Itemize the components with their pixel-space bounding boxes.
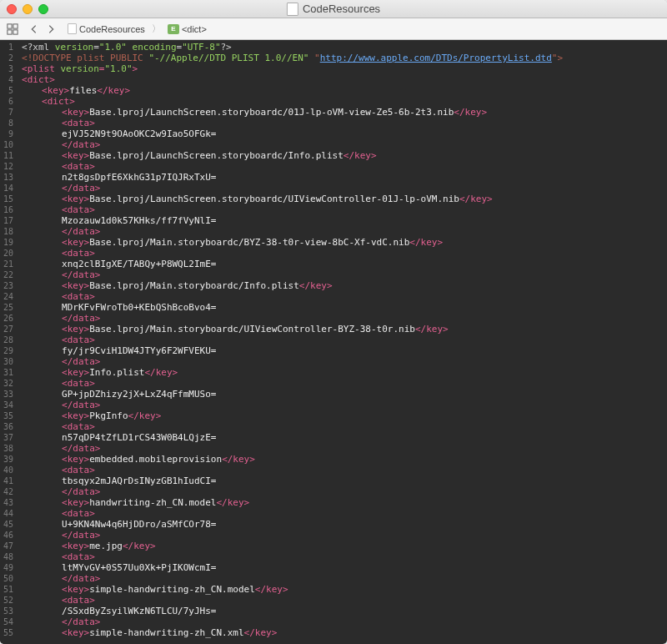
svg-rect-0	[8, 23, 12, 28]
code-line[interactable]: <data>	[22, 291, 667, 302]
breadcrumb-file[interactable]: CodeResources	[65, 23, 148, 35]
line-number: 13	[3, 172, 13, 183]
line-number: 51	[3, 584, 13, 595]
code-line[interactable]: Mzozauw1d0k57KHks/ff7fVyNlI=	[22, 215, 667, 226]
window-controls	[7, 4, 48, 14]
line-number: 31	[3, 367, 13, 378]
related-items-icon[interactable]	[5, 22, 20, 37]
line-number: 34	[3, 400, 13, 410]
line-number: 18	[3, 226, 13, 237]
line-number: 41	[3, 475, 13, 486]
code-line[interactable]: <dict>	[22, 74, 667, 85]
code-line[interactable]: </data>	[22, 486, 667, 497]
code-line[interactable]: <data>	[22, 335, 667, 345]
code-line[interactable]: <key>Base.lproj/LaunchScreen.storyboardc…	[22, 150, 667, 161]
line-number: 30	[3, 356, 13, 367]
code-line[interactable]: n57qDP4tZfLD1rCS43W0B4LQjzE=	[22, 432, 667, 443]
line-number: 2	[3, 53, 13, 63]
code-line[interactable]: fy/jr9CviH1DW4JTYy6F2WFVEKU=	[22, 345, 667, 356]
line-number: 39	[3, 454, 13, 465]
line-number: 27	[3, 324, 13, 335]
code-line[interactable]: </data>	[22, 313, 667, 324]
line-number: 19	[3, 237, 13, 248]
code-line[interactable]: <data>	[22, 248, 667, 259]
nav-forward-button[interactable]	[43, 22, 58, 37]
zoom-button[interactable]	[38, 4, 48, 14]
code-line[interactable]: </data>	[22, 616, 667, 627]
code-line[interactable]: <key>simple-handwriting-zh_CN.model</key…	[22, 584, 667, 595]
breadcrumb-file-label: CodeResources	[79, 24, 145, 34]
code-line[interactable]: <key>PkgInfo</key>	[22, 410, 667, 421]
line-number: 46	[3, 530, 13, 541]
line-number: 3	[3, 63, 13, 74]
breadcrumb-element[interactable]: E <dict>	[165, 23, 209, 35]
code-line[interactable]: <plist version="1.0">	[22, 63, 667, 74]
code-line[interactable]: xnq2clBIgXE/TABQy+P8WQL2ImE=	[22, 259, 667, 269]
code-line[interactable]: <data>	[22, 551, 667, 562]
code-line[interactable]: </data>	[22, 530, 667, 541]
line-number: 4	[3, 74, 13, 85]
code-line[interactable]: <key>Base.lproj/LaunchScreen.storyboardc…	[22, 107, 667, 118]
code-line[interactable]: <key>embedded.mobileprovision</key>	[22, 454, 667, 465]
line-number: 35	[3, 410, 13, 421]
nav-back-button[interactable]	[27, 22, 42, 37]
line-number: 25	[3, 302, 13, 313]
code-line[interactable]: <key>Base.lproj/Main.storyboardc/Info.pl…	[22, 280, 667, 291]
code-content[interactable]: <?xml version="1.0" encoding="UTF-8"?><!…	[18, 40, 667, 644]
code-line[interactable]: <key>Base.lproj/Main.storyboardc/UIViewC…	[22, 324, 667, 335]
code-line[interactable]: <?xml version="1.0" encoding="UTF-8"?>	[22, 42, 667, 53]
code-line[interactable]: <key>Base.lproj/LaunchScreen.storyboardc…	[22, 194, 667, 204]
line-number: 37	[3, 432, 13, 443]
line-number: 43	[3, 497, 13, 508]
code-line[interactable]: </data>	[22, 226, 667, 237]
code-line[interactable]: tbsqyx2mJAQrDsINyzGB1hIudCI=	[22, 475, 667, 486]
code-line[interactable]: /SSxdByZsyilWKzN6TLCU/7yJHs=	[22, 606, 667, 616]
code-line[interactable]: <key>Info.plist</key>	[22, 367, 667, 378]
code-line[interactable]: </data>	[22, 356, 667, 367]
code-line[interactable]: <key>files</key>	[22, 85, 667, 96]
code-line[interactable]: <key>simple-handwriting-zh_CN.xml</key>	[22, 627, 667, 638]
breadcrumb-element-label: <dict>	[182, 24, 207, 34]
line-number: 22	[3, 269, 13, 280]
code-line[interactable]: <data>	[22, 378, 667, 389]
line-number: 42	[3, 486, 13, 497]
code-line[interactable]: MDrKFvFWroTb0+KEbQShBcoBvo4=	[22, 302, 667, 313]
code-line[interactable]: <data>	[22, 118, 667, 128]
code-line[interactable]: GP+jpDZhizy2jX+LxZ4qFfmMUSo=	[22, 389, 667, 400]
code-editor[interactable]: 1234567891011121314151617181920212223242…	[0, 40, 667, 644]
code-line[interactable]: U+9KN4Nw4q6HjDDro/aSMfCOr78=	[22, 519, 667, 530]
close-button[interactable]	[7, 4, 17, 14]
code-line[interactable]: <key>Base.lproj/Main.storyboardc/BYZ-38-…	[22, 237, 667, 248]
code-line[interactable]: <data>	[22, 508, 667, 519]
minimize-button[interactable]	[23, 4, 33, 14]
code-line[interactable]: <data>	[22, 465, 667, 475]
line-number: 12	[3, 161, 13, 172]
line-number: 29	[3, 345, 13, 356]
code-line[interactable]: </data>	[22, 269, 667, 280]
code-line[interactable]: ejVJ52N9t9OAoOKC2w9Iao5OFGk=	[22, 128, 667, 139]
line-number: 15	[3, 194, 13, 204]
code-line[interactable]: </data>	[22, 443, 667, 454]
code-line[interactable]: <key>me.jpg</key>	[22, 541, 667, 551]
line-number: 50	[3, 573, 13, 584]
code-line[interactable]: <data>	[22, 421, 667, 432]
code-line[interactable]: <data>	[22, 204, 667, 215]
code-line[interactable]: </data>	[22, 139, 667, 150]
code-line[interactable]: <!DOCTYPE plist PUBLIC "-//Apple//DTD PL…	[22, 53, 667, 63]
line-number: 17	[3, 215, 13, 226]
line-number: 10	[3, 139, 13, 150]
code-line[interactable]: <key>handwriting-zh_CN.model</key>	[22, 497, 667, 508]
code-line[interactable]: <data>	[22, 595, 667, 606]
titlebar: CodeResources	[0, 0, 667, 18]
code-line[interactable]: </data>	[22, 573, 667, 584]
code-line[interactable]: <dict>	[22, 96, 667, 107]
code-line[interactable]: <data>	[22, 161, 667, 172]
line-number: 32	[3, 378, 13, 389]
code-line[interactable]: </data>	[22, 400, 667, 410]
code-line[interactable]: ltMYvGV+0S57Uu0Xk+PjIKOWcmI=	[22, 562, 667, 573]
code-line[interactable]: n2t8gsDpfE6XkhG31p7IQJRxTxU=	[22, 172, 667, 183]
line-number-gutter: 1234567891011121314151617181920212223242…	[0, 40, 18, 644]
line-number: 48	[3, 551, 13, 562]
code-line[interactable]: </data>	[22, 183, 667, 194]
line-number: 20	[3, 248, 13, 259]
